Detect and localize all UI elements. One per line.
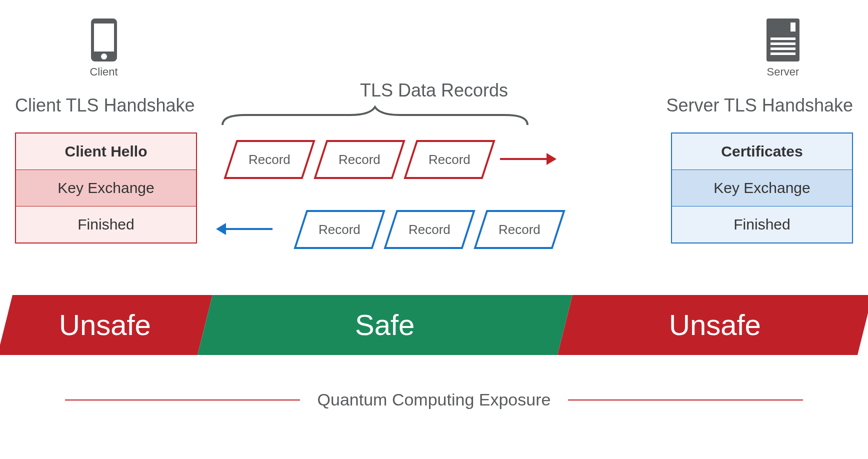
record-box: Record — [474, 210, 565, 249]
svg-rect-8 — [770, 52, 796, 55]
client-key-exchange-row: Key Exchange — [16, 170, 196, 206]
quantum-safety-bar: Unsafe Safe Unsafe — [15, 295, 853, 355]
svg-rect-4 — [790, 22, 796, 32]
svg-rect-1 — [94, 24, 114, 52]
svg-rect-7 — [770, 48, 796, 50]
svg-rect-5 — [770, 38, 796, 40]
record-box: Record — [294, 210, 385, 249]
client-handshake-table: Client Hello Key Exchange Finished — [15, 132, 197, 244]
server-icon-label: Server — [763, 66, 803, 78]
arrow-left-icon — [225, 228, 272, 230]
curly-brace-icon — [220, 105, 530, 127]
divider-line — [568, 400, 803, 400]
server-handshake-table: Certificates Key Exchange Finished — [671, 132, 853, 244]
client-device: Client — [88, 18, 120, 72]
server-icon — [766, 18, 800, 62]
server-key-exchange-row: Key Exchange — [672, 170, 852, 206]
record-box: Record — [404, 140, 495, 179]
exposure-label: Quantum Computing Exposure — [302, 390, 566, 410]
arrow-right-icon — [500, 158, 548, 160]
server-certificates-row: Certificates — [672, 134, 852, 170]
record-box: Record — [314, 140, 405, 179]
smartphone-icon — [90, 18, 118, 62]
tls-quantum-diagram: Client Server Client TLS Handshake Serve… — [0, 0, 868, 459]
unsafe-segment-right: Unsafe — [558, 295, 868, 355]
safe-segment: Safe — [198, 295, 572, 355]
client-hello-row: Client Hello — [16, 134, 196, 170]
server-finished-row: Finished — [672, 206, 852, 242]
server-device: Server — [763, 18, 803, 72]
unsafe-segment-left: Unsafe — [0, 295, 212, 355]
server-to-client-records: Record Record Record — [230, 210, 500, 250]
record-box: Record — [224, 140, 315, 179]
client-icon-label: Client — [88, 66, 120, 78]
record-box: Record — [384, 210, 475, 249]
client-to-server-records: Record Record Record — [230, 140, 500, 180]
svg-rect-6 — [770, 42, 796, 45]
svg-point-2 — [101, 54, 107, 60]
tls-records-title: TLS Data Records — [0, 80, 868, 101]
exposure-caption: Quantum Computing Exposure — [15, 390, 853, 410]
client-finished-row: Finished — [16, 206, 196, 242]
divider-line — [65, 400, 300, 400]
